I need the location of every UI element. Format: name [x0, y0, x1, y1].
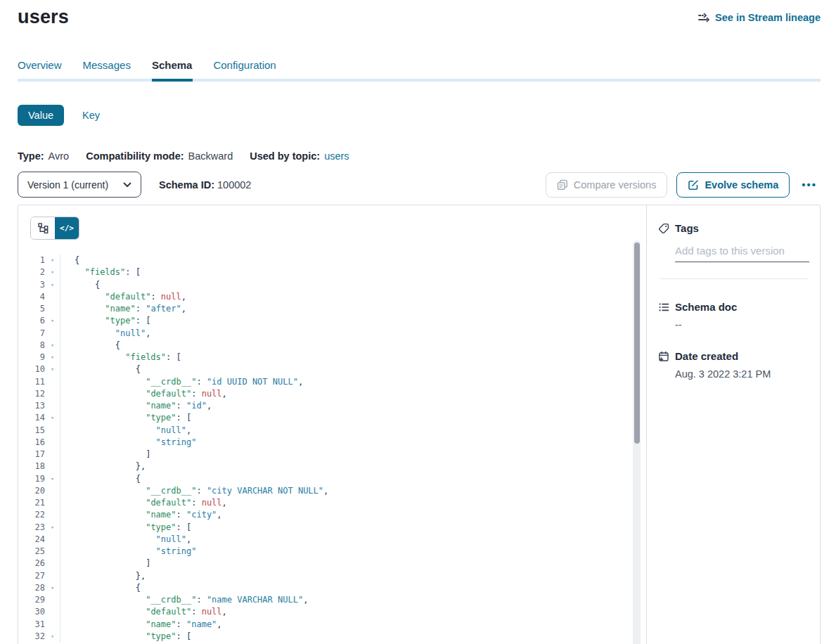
active-tab-indicator: [152, 79, 193, 82]
code-line-text: "name": "city",: [60, 509, 646, 521]
schema-doc-value: --: [675, 319, 810, 330]
code-line-text: "default": null,: [60, 497, 646, 509]
page-header: users See in Stream lineage: [18, 0, 821, 28]
schema-code-section: </> 1▾{2▾ "fields": [3▾ {4 "default": nu…: [18, 205, 646, 644]
fold-toggle-icon[interactable]: ▾: [45, 363, 60, 375]
line-number: 17: [18, 449, 45, 461]
fold-spacer: [45, 425, 60, 437]
chevron-down-icon: [123, 182, 131, 188]
code-line: 10▾ {: [18, 363, 646, 375]
fold-toggle-icon[interactable]: ▾: [45, 631, 60, 643]
date-created-section: Date created Aug. 3 2022 3:21 PM: [658, 350, 810, 380]
tab-track: [18, 79, 821, 82]
type-label: Type:: [18, 150, 44, 162]
code-line-text: "type": [: [60, 522, 646, 534]
code-scrollbar-thumb[interactable]: [634, 243, 640, 444]
code-line: 8▾ {: [18, 340, 646, 352]
code-line-text: },: [60, 461, 646, 472]
code-line: 12 "default": null,: [18, 388, 646, 400]
code-line-text: "__crdb__": "city VARCHAR NOT NULL",: [60, 485, 646, 497]
stream-lineage-label: See in Stream lineage: [715, 12, 821, 23]
fold-toggle-icon[interactable]: ▾: [45, 522, 60, 534]
line-number: 27: [18, 570, 45, 582]
fold-toggle-icon[interactable]: ▾: [45, 473, 60, 485]
code-line-text: "fields": [: [60, 266, 646, 278]
page-title: users: [18, 6, 69, 28]
tree-view-button[interactable]: [31, 217, 55, 239]
schema-doc-section: Schema doc --: [658, 301, 810, 330]
schema-sidebar: Tags Schema doc: [647, 205, 820, 644]
code-line: 5 "name": "after",: [18, 303, 646, 315]
code-line-text: "string": [60, 437, 646, 449]
compatibility-label: Compatibility mode:: [86, 150, 184, 162]
compare-versions-icon: [557, 179, 568, 191]
fold-toggle-icon[interactable]: ▾: [45, 412, 60, 424]
line-number: 8: [18, 340, 45, 352]
code-line: 30 "default": null,: [18, 606, 646, 618]
fold-spacer: [45, 400, 60, 412]
line-number: 21: [18, 497, 45, 509]
line-number: 7: [18, 328, 45, 340]
code-line: 14▾ "type": [: [18, 412, 646, 424]
line-number: 29: [18, 594, 45, 606]
code-line: 20 "__crdb__": "city VARCHAR NOT NULL",: [18, 485, 646, 497]
code-line: 6▾ "type": [: [18, 315, 646, 327]
code-line: 4 "default": null,: [18, 291, 646, 303]
key-tab-button[interactable]: Key: [82, 110, 100, 121]
compare-versions-button[interactable]: Compare versions: [546, 172, 668, 198]
code-line-text: {: [60, 582, 646, 594]
add-tags-input[interactable]: [675, 245, 809, 262]
fold-spacer: [45, 388, 60, 400]
code-line: 16 "string": [18, 437, 646, 449]
code-line-text: {: [60, 363, 646, 375]
date-created-title: Date created: [675, 350, 738, 362]
line-number: 13: [18, 400, 45, 412]
code-line-text: {: [60, 279, 646, 291]
fold-spacer: [45, 619, 60, 631]
version-select-value: Version 1 (current): [27, 179, 108, 191]
fold-toggle-icon[interactable]: ▾: [45, 315, 60, 327]
code-line-text: "name": "after",: [60, 303, 646, 315]
code-line: 31 "name": "name",: [18, 619, 646, 631]
code-line-text: {: [60, 340, 646, 352]
value-key-toggle: Value Key: [18, 105, 821, 126]
more-options-button[interactable]: •••: [798, 179, 821, 191]
fold-spacer: [45, 606, 60, 618]
code-line: 29 "__crdb__": "name VARCHAR NULL",: [18, 594, 646, 606]
value-tab-button[interactable]: Value: [18, 105, 64, 126]
fold-spacer: [45, 291, 60, 303]
fold-toggle-icon[interactable]: ▾: [45, 266, 60, 278]
code-line-text: "null",: [60, 328, 646, 340]
tags-title: Tags: [675, 222, 699, 234]
fold-spacer: [45, 558, 60, 569]
code-line-text: "name": "id",: [60, 400, 646, 412]
fold-toggle-icon[interactable]: ▾: [45, 340, 60, 352]
line-number: 28: [18, 582, 45, 594]
code-view-button[interactable]: </>: [55, 217, 79, 239]
see-in-stream-lineage-link[interactable]: See in Stream lineage: [698, 12, 821, 23]
list-icon: [658, 302, 669, 313]
fold-toggle-icon[interactable]: ▾: [45, 279, 60, 291]
code-line-text: "__crdb__": "name VARCHAR NULL",: [60, 594, 646, 606]
version-select[interactable]: Version 1 (current): [18, 172, 141, 198]
line-number: 26: [18, 558, 45, 569]
compare-versions-label: Compare versions: [574, 179, 657, 191]
code-line: 32▾ "type": [: [18, 631, 646, 643]
version-bar: Version 1 (current) Schema ID: 100002: [18, 172, 821, 198]
line-number: 19: [18, 473, 45, 485]
used-by-topic-link[interactable]: users: [324, 150, 349, 162]
code-line: 7 "null",: [18, 328, 646, 340]
evolve-schema-button[interactable]: Evolve schema: [676, 172, 790, 198]
fold-toggle-icon[interactable]: ▾: [45, 352, 60, 363]
tag-icon: [658, 223, 669, 234]
code-line-text: {: [60, 255, 646, 266]
line-number: 14: [18, 412, 45, 424]
fold-toggle-icon[interactable]: ▾: [45, 255, 60, 266]
line-number: 6: [18, 315, 45, 327]
code-line: 22 "name": "city",: [18, 509, 646, 521]
code-line-text: {: [60, 473, 646, 485]
fold-toggle-icon[interactable]: ▾: [45, 582, 60, 594]
code-line-text: ]: [60, 449, 646, 461]
line-number: 10: [18, 363, 45, 375]
schema-code-editor: 1▾{2▾ "fields": [3▾ {4 "default": null,5…: [18, 255, 646, 643]
